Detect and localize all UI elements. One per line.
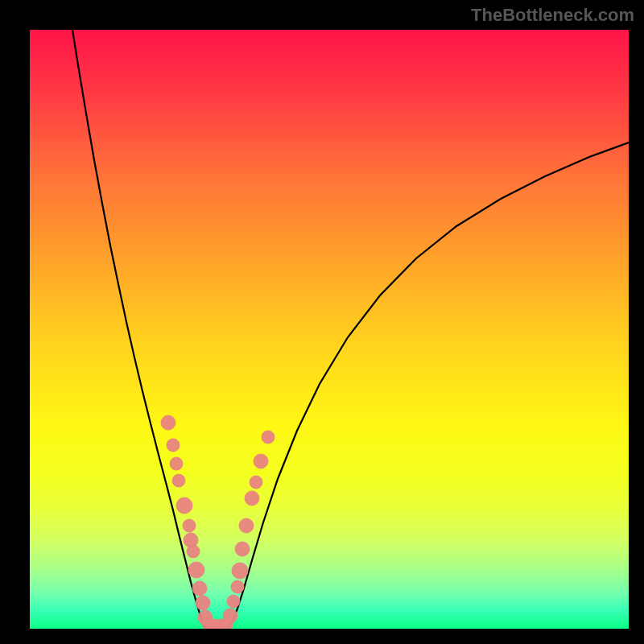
marker-group — [161, 415, 275, 629]
data-marker — [187, 545, 200, 558]
data-marker — [227, 595, 240, 608]
data-marker — [223, 609, 237, 623]
data-marker — [172, 474, 185, 487]
chart-frame: TheBottleneck.com — [0, 0, 644, 644]
watermark-text: TheBottleneck.com — [471, 5, 634, 26]
data-marker — [176, 497, 192, 514]
plot-svg — [30, 30, 629, 629]
data-marker — [170, 457, 183, 470]
data-marker — [188, 562, 204, 578]
data-marker — [262, 431, 275, 444]
data-marker — [183, 519, 196, 532]
data-marker — [235, 542, 250, 556]
data-marker — [231, 580, 244, 593]
data-marker — [245, 491, 259, 506]
data-marker — [254, 454, 268, 469]
data-marker — [196, 596, 210, 610]
data-marker — [161, 415, 175, 430]
data-marker — [239, 518, 254, 533]
data-marker — [250, 476, 262, 489]
curve-right-branch — [228, 142, 629, 629]
data-marker — [192, 581, 207, 596]
data-marker — [167, 439, 180, 452]
plot-area — [30, 30, 629, 629]
data-marker — [232, 563, 248, 579]
